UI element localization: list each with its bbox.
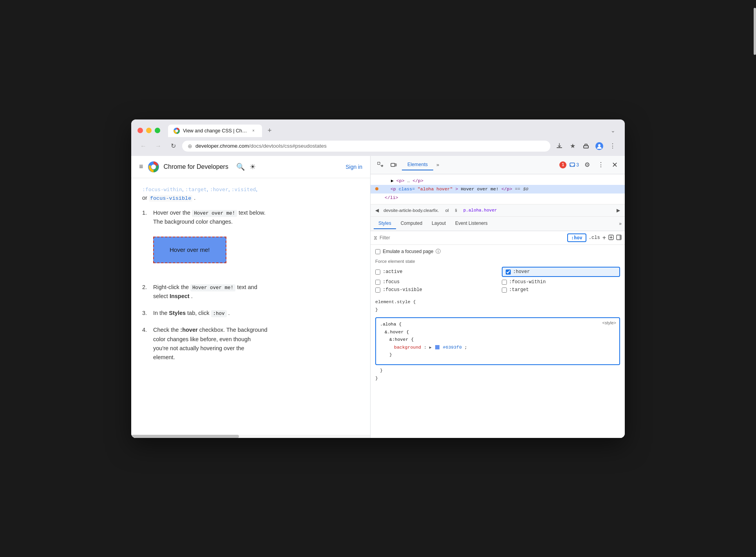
focus-visible-label: :focus-visible [383,287,422,293]
tab-layout[interactable]: Layout [427,218,450,229]
rule-source[interactable]: <style> [602,320,616,325]
address-bar[interactable]: ⊕ developer.chrome.com/docs/devtools/css… [182,141,550,152]
state-item-focus: :focus [375,279,494,285]
tab-styles[interactable]: Styles [374,218,396,229]
device-toolbar-button[interactable] [389,160,399,170]
forward-button[interactable]: → [152,140,164,152]
cls-text[interactable]: .cls [589,235,600,241]
emulate-focused-page-checkbox[interactable] [375,249,380,254]
css-close2: } [375,368,383,373]
hov-button[interactable]: :hov [567,233,586,242]
chrome-menu-button[interactable]: ⋮ [607,140,619,152]
more-tabs-button[interactable]: » [433,160,442,169]
item2-bold: Inspect [170,293,190,299]
css-close1: } [380,352,392,357]
reload-button[interactable]: ↻ [167,140,179,152]
focus-within-link[interactable]: :focus-within [142,186,182,192]
item1-text-after: text below. [239,210,266,216]
focus-visible-link[interactable]: focus-visible [149,195,192,202]
close-window-button[interactable] [137,128,143,133]
theme-toggle-button[interactable]: ☀ [250,163,256,171]
css-indent2: &:hover { [380,337,414,342]
devtools-tabs: Elements » [402,159,556,170]
more-style-tabs-button[interactable]: » [619,221,622,226]
breadcrumb-item-ol[interactable]: ol [444,207,450,213]
item1-text: Hover over the [153,210,192,216]
list-num: 3. [142,309,150,318]
css-indent1: &.hover { [380,329,409,335]
extension-button[interactable] [580,140,592,152]
add-rule-button[interactable]: + [602,234,606,241]
hover-demo-box[interactable]: Hover over me! [153,237,226,263]
tab-close-button[interactable]: × [250,128,257,134]
focus-visible-checkbox[interactable] [375,288,380,293]
tab-computed[interactable]: Computed [396,218,427,229]
inspect-element-button[interactable] [375,160,385,170]
active-tab[interactable]: View and change CSS | Chr… × [168,125,262,137]
new-tab-button[interactable]: + [264,124,276,137]
tab-event-listeners[interactable]: Event Listeners [450,218,492,229]
element-style-close: } [375,307,378,312]
visited-link[interactable]: :visited [232,186,256,192]
filter-input[interactable] [380,235,565,241]
focus-checkbox[interactable] [375,280,380,285]
element-style-text: element.style { [375,299,416,304]
breadcrumb-item-clearfix[interactable]: devsite-article-body.clearfix. [382,207,441,213]
devtools-more-button[interactable]: ⋮ [595,159,606,170]
profile-button[interactable] [593,140,605,152]
back-button[interactable]: ← [137,140,149,152]
dom-text-content: Hover over me! [461,186,499,192]
target-checkbox[interactable] [502,288,507,293]
horizontal-scrollbar[interactable] [131,435,370,438]
dom-line[interactable]: ▶ <p> … </p> [371,177,625,185]
devtools-settings-button[interactable]: ⚙ [582,159,592,170]
svg-rect-2 [557,147,562,148]
minimize-window-button[interactable] [146,128,152,133]
target-link[interactable]: :target [185,186,207,192]
devtools-close-button[interactable]: ✕ [610,159,620,171]
dom-li-close-line[interactable]: </li> [371,194,625,202]
dom-selected-line[interactable]: <p class= "aloha hover" > Hover over me!… [371,185,625,194]
scrollbar-thumb[interactable] [131,435,239,438]
breadcrumb-item-li[interactable]: li [454,207,459,213]
item2-code: Hover over me! [190,284,235,291]
active-checkbox[interactable] [375,269,380,275]
dom-p-close: > [456,186,458,192]
item4-text-after3: you're not actually hovering over the [153,345,244,351]
dom-class-attr: class= [399,186,415,192]
new-style-rule-button[interactable] [608,235,614,241]
site-name: Chrome for Developers [164,163,228,170]
dom-class-val: "aloha hover" [418,186,453,192]
breadcrumb-right-arrow[interactable]: ▶ [615,207,622,214]
svg-point-7 [152,165,155,168]
list-item-content: Hover over the Hover over me! text below… [153,208,359,275]
sign-in-button[interactable]: Sign in [345,164,362,170]
emulate-help-icon[interactable]: ⓘ [436,248,441,255]
target-label: :target [509,287,529,293]
or-text: or [142,195,149,201]
message-count: 3 [576,162,579,168]
hover-link[interactable]: :hover [210,186,228,192]
download-to-desktop-button[interactable] [553,140,565,152]
bookmark-button[interactable]: ★ [567,140,579,152]
breadcrumb-left-arrow[interactable]: ◀ [374,207,380,214]
elements-tab[interactable]: Elements [402,159,433,170]
breadcrumb-item-p[interactable]: p.aloha.hover [462,207,499,213]
tabs-menu-button[interactable]: ⌄ [608,125,619,136]
color-swatch[interactable] [435,345,439,349]
svg-rect-8 [378,162,380,165]
maximize-window-button[interactable] [155,128,160,133]
svg-rect-11 [570,163,575,166]
dom-close-tag: </p> [412,178,423,183]
focus-within-checkbox[interactable] [502,280,507,285]
css-selector-hover-nested: &.hover { [385,329,409,335]
active-label: :active [383,269,402,275]
toggle-sidebar-button[interactable] [616,235,622,241]
hover-checkbox[interactable] [506,269,511,275]
hamburger-menu-button[interactable]: ≡ [139,163,143,171]
svg-rect-9 [391,163,395,166]
search-button[interactable]: 🔍 [236,163,245,171]
svg-point-4 [598,144,600,146]
security-icon: ⊕ [188,143,192,149]
color-expand-icon[interactable]: ▶ [429,345,432,350]
